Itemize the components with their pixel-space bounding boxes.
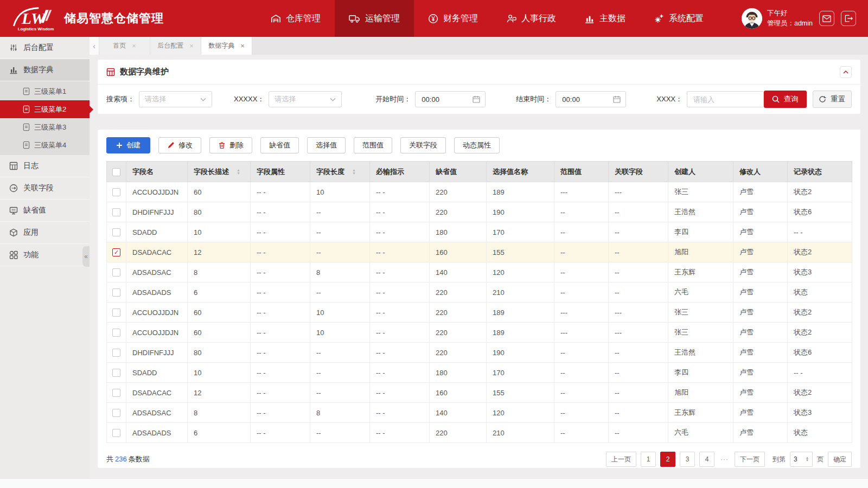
table-cell: -- - bbox=[251, 383, 310, 403]
table-cell: 状态2 bbox=[788, 242, 852, 262]
row-checkbox[interactable] bbox=[112, 309, 120, 317]
nav-item-master-data[interactable]: 主数据 bbox=[570, 0, 640, 37]
column-header-4[interactable]: 字段长度▲▼ bbox=[310, 162, 370, 182]
spinner-icon[interactable]: ▲▼ bbox=[806, 457, 809, 462]
table-row[interactable]: DHDIFNFJJJ80-- ----- -220190----王浩然卢雪状态6 bbox=[107, 202, 852, 222]
close-icon[interactable]: × bbox=[189, 42, 194, 50]
row-checkbox[interactable] bbox=[112, 409, 120, 417]
table-row[interactable]: SDADD10-- ----- -180170----李四卢雪-- - bbox=[107, 363, 852, 383]
table-cell: ACCUOJJDJN bbox=[126, 182, 188, 202]
avatar[interactable] bbox=[742, 8, 762, 29]
row-checkbox[interactable] bbox=[112, 268, 120, 277]
dynamic-attr-button[interactable]: 动态属性 bbox=[454, 137, 500, 153]
table-cell: 卢雪 bbox=[733, 202, 788, 222]
page-button-4[interactable]: 4 bbox=[699, 452, 714, 467]
table-cell: -- bbox=[310, 343, 370, 363]
table-row[interactable]: ADSADADS6-- ----- -220210----六毛卢雪状态 bbox=[107, 282, 852, 303]
tabs-back-button[interactable]: ‹ bbox=[90, 37, 99, 55]
sidebar-collapse-handle[interactable]: « bbox=[82, 246, 90, 267]
row-checkbox[interactable] bbox=[112, 369, 120, 377]
related-field-button[interactable]: 关联字段 bbox=[400, 137, 446, 153]
table-row[interactable]: ACCUOJJDJN60-- -10-- -220189------张三卢雪状态… bbox=[107, 303, 852, 323]
close-icon[interactable]: × bbox=[240, 42, 245, 50]
tab-backend-config[interactable]: 后台配置 × bbox=[150, 37, 201, 55]
tab-data-dictionary[interactable]: 数据字典 × bbox=[201, 37, 252, 55]
nav-item-system-config[interactable]: 系统配置 bbox=[640, 0, 718, 37]
table-row[interactable]: SDADD10-- ----- -180170----李四卢雪-- - bbox=[107, 222, 852, 242]
start-time-input[interactable] bbox=[420, 95, 469, 104]
tab-home[interactable]: 首页 × bbox=[99, 37, 150, 55]
reset-button[interactable]: 重置 bbox=[813, 91, 852, 108]
row-checkbox[interactable] bbox=[112, 208, 120, 216]
calendar-icon[interactable] bbox=[613, 95, 621, 103]
xxxx-input[interactable] bbox=[692, 95, 758, 104]
mail-button[interactable] bbox=[819, 11, 834, 26]
calendar-icon[interactable] bbox=[473, 95, 480, 103]
end-time-input[interactable] bbox=[561, 95, 610, 104]
range-value-button[interactable]: 范围值 bbox=[354, 137, 392, 153]
sidebar-item-related-fields[interactable]: 关联字段 bbox=[0, 177, 90, 200]
row-checkbox[interactable] bbox=[112, 329, 120, 337]
nav-item-warehouse[interactable]: 仓库管理 bbox=[257, 0, 335, 37]
sidebar-item-submenu-2[interactable]: 三级菜单2 bbox=[0, 100, 90, 118]
row-checkbox[interactable] bbox=[112, 349, 120, 357]
column-header-2[interactable]: 字段长描述▲▼ bbox=[188, 162, 251, 182]
cube-icon bbox=[9, 228, 18, 237]
sidebar-item-submenu-1[interactable]: 三级菜单1 bbox=[0, 82, 90, 100]
row-checkbox[interactable] bbox=[112, 429, 120, 437]
create-button[interactable]: 创建 bbox=[106, 137, 150, 153]
panel-collapse-button[interactable] bbox=[840, 66, 852, 78]
search-item-select[interactable]: 请选择 bbox=[139, 91, 212, 107]
default-value-button[interactable]: 缺省值 bbox=[260, 137, 299, 153]
confirm-button[interactable]: 确定 bbox=[828, 452, 852, 467]
document-icon bbox=[23, 141, 30, 149]
table-cell: 155 bbox=[487, 242, 554, 262]
sidebar-item-data-dictionary[interactable]: 数据字典 bbox=[0, 59, 90, 81]
select-value-button[interactable]: 选择值 bbox=[307, 137, 346, 153]
sidebar-item-submenu-3[interactable]: 三级菜单3 bbox=[0, 118, 90, 136]
select-all-checkbox[interactable] bbox=[112, 168, 120, 176]
sidebar-item-submenu-4[interactable]: 三级菜单4 bbox=[0, 136, 90, 154]
table-cell: -- - bbox=[251, 323, 310, 343]
close-icon[interactable]: × bbox=[132, 42, 136, 50]
sidebar-item-applications[interactable]: 应用 bbox=[0, 222, 90, 244]
nav-item-hr[interactable]: 人事行政 bbox=[492, 0, 570, 37]
table-row[interactable]: ADSADADS6-- ----- -220210----六毛卢雪状态 bbox=[107, 423, 852, 443]
sidebar-item-default-values[interactable]: 缺省值 bbox=[0, 200, 90, 222]
nav-item-finance[interactable]: 财务管理 bbox=[414, 0, 492, 37]
table-cell: -- bbox=[609, 403, 668, 423]
table-row[interactable]: ADSADSAC8-- -8-- -140120----王东辉卢雪状态3 bbox=[107, 403, 852, 423]
table-row[interactable]: ADSADSAC8-- -8-- -140120----王东辉卢雪状态3 bbox=[107, 262, 852, 282]
table-row[interactable]: ✓DSADACAC12-- ----- -160155----旭阳卢雪状态2 bbox=[107, 242, 852, 262]
table-cell: 60 bbox=[188, 182, 251, 202]
sidebar-item-functions[interactable]: 功能 bbox=[0, 244, 90, 266]
row-checkbox[interactable] bbox=[112, 228, 120, 236]
row-checkbox[interactable] bbox=[112, 188, 120, 196]
next-page-button[interactable]: 下一页 bbox=[735, 452, 765, 467]
sidebar-item-backend-config[interactable]: 后台配置 bbox=[0, 37, 90, 59]
chevron-left-icon: ‹ bbox=[93, 41, 95, 50]
table-cell: -- - bbox=[251, 303, 310, 323]
table-cell: -- bbox=[554, 343, 609, 363]
table-cell: 卢雪 bbox=[733, 303, 788, 323]
page-button-3[interactable]: 3 bbox=[680, 452, 695, 467]
xxxxx-select[interactable]: 请选择 bbox=[269, 91, 342, 107]
table-row[interactable]: ACCUOJJDJN60-- -10-- -220189------张三卢雪状态… bbox=[107, 182, 852, 202]
query-button[interactable]: 查询 bbox=[764, 91, 807, 108]
table-row[interactable]: DSADACAC12-- ----- -160155----旭阳卢雪状态2 bbox=[107, 383, 852, 403]
modify-button[interactable]: 修改 bbox=[158, 137, 201, 153]
prev-page-button[interactable]: 上一页 bbox=[606, 452, 636, 467]
page-button-1[interactable]: 1 bbox=[641, 452, 656, 467]
plus-icon bbox=[116, 142, 123, 149]
delete-button[interactable]: 删除 bbox=[209, 137, 252, 153]
sidebar-item-logs[interactable]: 日志 bbox=[0, 155, 90, 177]
logout-button[interactable] bbox=[841, 11, 856, 26]
table-row[interactable]: ACCUOJJDJN60-- -10-- -220189------张三卢雪状态… bbox=[107, 323, 852, 343]
row-checkbox[interactable]: ✓ bbox=[112, 248, 120, 256]
nav-item-transport[interactable]: 运输管理 bbox=[335, 0, 414, 37]
table-row[interactable]: DHDIFNFJJJ80-- ----- -220190----王浩然卢雪状态6 bbox=[107, 343, 852, 363]
row-checkbox[interactable] bbox=[112, 389, 120, 397]
goto-page-input[interactable]: 3 ▲▼ bbox=[790, 452, 813, 467]
row-checkbox[interactable] bbox=[112, 288, 120, 297]
page-button-2[interactable]: 2 bbox=[660, 452, 675, 467]
